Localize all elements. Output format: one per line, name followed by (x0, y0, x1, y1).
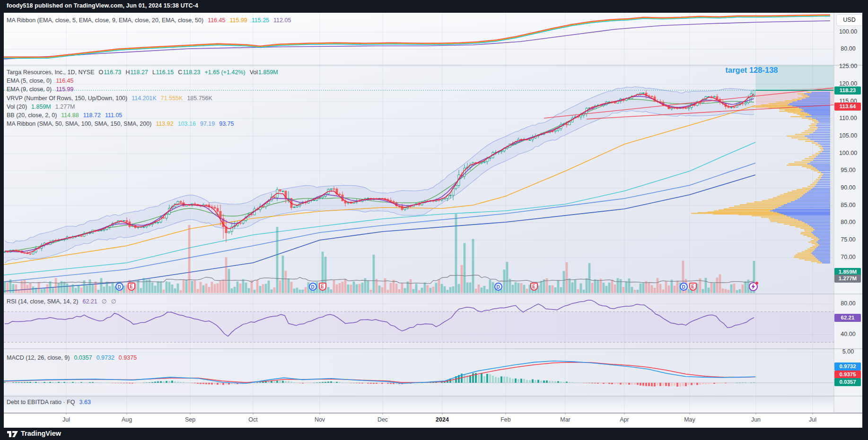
month-label: 2024 (428, 416, 456, 423)
footer-brand[interactable]: TradingView (21, 430, 61, 437)
price-label-badge: 0.9375 (834, 371, 861, 379)
price-label-badge: 62.21 (834, 314, 861, 322)
month-label: Jun (742, 416, 770, 423)
indicator-row-1[interactable]: EMA (9, close, 0)115.99 (7, 86, 278, 93)
legend-label: EMA (5, close, 0) (7, 78, 52, 84)
axis-tick: 5.00 (834, 348, 862, 355)
axis-tick: 40.00 (834, 331, 862, 337)
legend-label: Debt to EBITDA ratio · FQ (7, 399, 75, 405)
legend-value: ∅ (102, 298, 107, 305)
month-label: May (675, 416, 704, 423)
legend-label: RSI (14, close, SMA, 14, 2) (7, 298, 78, 305)
legend-value: 185.756K (187, 95, 212, 102)
legend-value: 1.859M (258, 69, 278, 76)
dividend-badge[interactable]: D (115, 283, 123, 291)
legend-rsi[interactable]: RSI (14, close, SMA, 14, 2)62.21∅∅ (7, 298, 116, 307)
legend-value: 97.19 (200, 121, 215, 127)
month-label: Nov (306, 416, 334, 423)
month-label: Jul (798, 416, 827, 423)
legend-value: 116.45 (208, 17, 225, 24)
idea-flash-icon[interactable] (749, 282, 758, 291)
dividend-badge[interactable]: D (680, 283, 688, 291)
tradingview-logo-icon[interactable] (7, 430, 19, 439)
legend-value: 113.92 (156, 121, 173, 127)
indicator-row-ma-ribbon-ema[interactable]: MA Ribbon (EMA, close, 5, EMA, close, 9,… (7, 17, 291, 24)
month-label: Aug (113, 416, 141, 423)
axis-tick: 70.00 (834, 254, 862, 260)
legend-value: 114.88 (61, 112, 79, 119)
legend-value: 118.72 (83, 112, 101, 119)
legend-value: 112.05 (273, 17, 291, 24)
month-label: Sep (176, 416, 204, 423)
tradingview-snapshot: foody518 published on TradingView.com, J… (0, 0, 868, 440)
legend-value: 116.45 (56, 78, 73, 84)
dividend-badge[interactable]: D (494, 283, 502, 291)
indicator-row-rsi[interactable]: RSI (14, close, SMA, 14, 2)62.21∅∅ (7, 298, 116, 305)
earnings-badge[interactable]: E (128, 283, 135, 291)
price-label-badge: 0.9732 (834, 362, 861, 371)
legend-value: 62.21 (82, 298, 97, 305)
axis-tick: 110.00 (834, 115, 862, 121)
month-label: Mar (551, 416, 579, 423)
earnings-badge[interactable]: E (319, 283, 326, 291)
price-label-badge: 113.64 (834, 103, 861, 111)
axis-tick: 120.00 (834, 80, 862, 87)
legend-value: 0.9375 (119, 354, 137, 361)
legend-value: O (99, 69, 104, 76)
legend-value: 116.15 (156, 69, 174, 76)
legend-value: C (178, 69, 182, 76)
legend-label: MACD (12, 26, close, 9) (7, 354, 70, 361)
legend-ma-ribbon-ema[interactable]: MA Ribbon (EMA, close, 5, EMA, close, 9,… (7, 17, 291, 24)
target-annotation: target 128-138 (702, 66, 801, 75)
indicator-row-2[interactable]: VRVP (Number Of Rows, 150, Up/Down, 100)… (7, 95, 278, 102)
indicator-row-4[interactable]: BB (20, close, 2, 0)114.88118.72111.05 (7, 112, 278, 119)
month-label: Apr (610, 416, 639, 423)
currency-button[interactable]: USD (836, 14, 862, 26)
legend-value: 0.9732 (96, 354, 114, 361)
axis-tick: 125.00 (834, 63, 862, 69)
symbol-title: Targa Resources, Inc., 1D, NYSE (7, 69, 95, 76)
legend-value: 103.16 (178, 121, 196, 127)
legend-value: 3.63 (79, 399, 91, 405)
indicator-row-macd[interactable]: MACD (12, 26, close, 9)0.03570.97320.937… (7, 354, 137, 361)
legend-macd[interactable]: MACD (12, 26, close, 9)0.03570.97320.937… (7, 354, 137, 363)
published-info: foody518 published on TradingView.com, J… (7, 2, 198, 9)
month-label: Jul (52, 416, 80, 423)
legend-value: L (152, 69, 156, 76)
indicator-row-debt[interactable]: Debt to EBITDA ratio · FQ3.63 (7, 399, 91, 405)
axis-tick: 75.00 (834, 236, 862, 243)
legend-value: 93.75 (219, 121, 234, 127)
legend-label: EMA (9, close, 0) (7, 86, 52, 93)
legend-value: 115.99 (229, 17, 247, 24)
legend-value: 114.201K (132, 95, 157, 102)
symbol-title-row[interactable]: Targa Resources, Inc., 1D, NYSEO116.73H1… (7, 69, 278, 76)
axis-tick: 100.00 (834, 28, 862, 35)
legend-value: Vol (250, 69, 258, 76)
legend-label: VRVP (Number Of Rows, 150, Up/Down, 100) (7, 95, 127, 102)
indicator-row-3[interactable]: Vol (20)1.859M1.277M (7, 104, 278, 110)
legend-label: Vol (20) (7, 104, 27, 110)
legend-debt-ebitda[interactable]: Debt to EBITDA ratio · FQ3.63 (7, 399, 91, 407)
indicator-row-5[interactable]: MA Ribbon (SMA, 50, SMA, 100, SMA, 150, … (7, 121, 278, 127)
earnings-badge[interactable]: E (530, 283, 538, 291)
dividend-badge[interactable]: D (309, 283, 317, 291)
month-label: Dec (368, 416, 397, 423)
axis-tick: 80.00 (834, 219, 862, 225)
legend-value: 118.27 (131, 69, 148, 76)
month-label: Feb (491, 416, 520, 423)
month-label: Oct (239, 416, 267, 423)
legend-label: MA Ribbon (EMA, close, 5, EMA, close, 9,… (7, 17, 203, 24)
axis-tick: 90.00 (834, 184, 862, 191)
legend-value: 116.73 (104, 69, 121, 76)
legend-main-pane[interactable]: Targa Resources, Inc., 1D, NYSEO116.73H1… (7, 69, 278, 129)
axis-tick: 80.00 (834, 300, 862, 307)
legend-label: BB (20, close, 2, 0) (7, 112, 57, 119)
axis-tick: 100.00 (834, 150, 862, 156)
legend-value: 71.555K (161, 95, 183, 102)
legend-value: 118.23 (183, 69, 200, 76)
indicator-row-0[interactable]: EMA (5, close, 0)116.45 (7, 78, 278, 84)
axis-tick: 95.00 (834, 167, 862, 173)
legend-value: ∅ (111, 298, 116, 305)
legend-value: H (126, 69, 130, 76)
earnings-badge[interactable]: E (689, 283, 697, 291)
